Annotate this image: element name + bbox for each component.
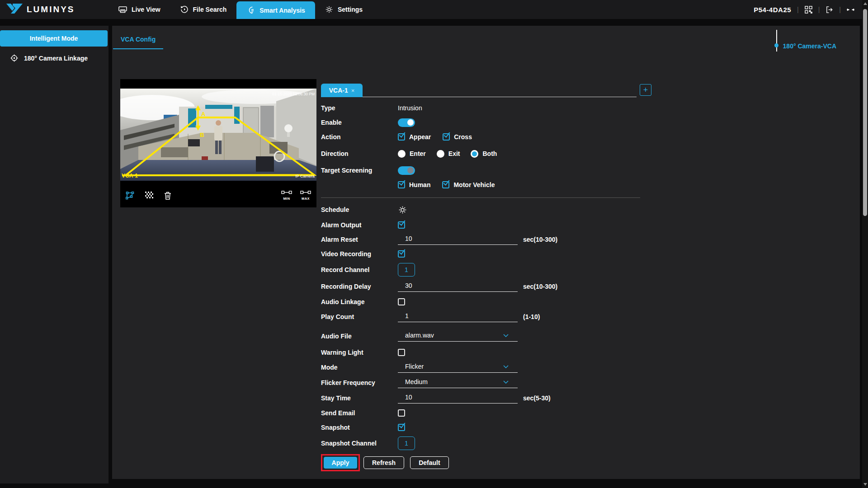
row-direction: Direction Enter Exit Both (321, 144, 653, 163)
add-vca-button[interactable]: + (640, 84, 651, 96)
apply-highlight: Apply (321, 454, 360, 471)
video-recording-checkbox[interactable] (398, 250, 405, 258)
row-mode: Mode Flicker (321, 360, 653, 375)
preview-toolbar: MIN MAX (120, 187, 316, 205)
both-radio[interactable] (471, 150, 478, 158)
chevron-down-icon (503, 365, 509, 368)
delete-zone-button[interactable] (164, 192, 171, 200)
target-screening-toggle[interactable] (398, 166, 415, 175)
video-preview[interactable]: A B VCA-1 IP Camera 01-15-2020 12:06:30 … (120, 79, 316, 207)
min-region-icon (281, 191, 292, 196)
type-value: Intrusion (398, 104, 422, 112)
recording-delay-hint: sec(10-300) (523, 283, 557, 290)
logout-icon[interactable] (826, 6, 833, 14)
vca-form: VCA-1 × + Type Intrusion Enable Action A… (321, 84, 653, 471)
row-snapshot-channel: Snapshot Channel 1 (321, 435, 653, 452)
record-channel-button[interactable]: 1 (398, 263, 415, 277)
row-alarm-output: Alarm Output (321, 218, 653, 232)
fill-area-button[interactable] (145, 192, 153, 200)
max-region-button[interactable]: MAX (300, 191, 311, 201)
snapshot-checkbox[interactable] (398, 424, 405, 431)
row-play-count: Play Count (1-10) (321, 309, 653, 324)
row-warning-light: Warning Light (321, 345, 653, 360)
row-audio-file: Audio File alarm.wav (321, 327, 653, 345)
brand-logo: LUMINYS (6, 0, 75, 19)
alarm-output-checkbox[interactable] (398, 221, 405, 229)
close-icon[interactable]: × (351, 87, 355, 94)
refresh-button[interactable]: Refresh (363, 456, 404, 469)
top-right-cluster: P54-4DA25 | | | (754, 0, 854, 19)
human-checkbox[interactable] (398, 181, 405, 188)
form-actions: Apply Refresh Default (321, 455, 653, 471)
nav-live-view[interactable]: Live View (108, 0, 170, 19)
collapse-icon[interactable] (847, 6, 854, 14)
min-region-button[interactable]: MIN (281, 191, 292, 201)
target-human[interactable]: Human (398, 181, 430, 188)
top-nav: Live View File Search Smart Analysis (108, 0, 373, 19)
qr-code-icon[interactable] (805, 6, 812, 14)
camera-position-slider[interactable] (776, 30, 777, 52)
sidebar-item-camera-linkage[interactable]: 180° Camera Linkage (10, 54, 88, 62)
vca-tab-bar: VCA-1 × + (321, 84, 653, 97)
row-send-email: Send Email (321, 406, 653, 420)
chevron-down-icon (503, 380, 509, 384)
live-view-icon (118, 5, 127, 14)
play-count-input[interactable] (398, 311, 518, 322)
apply-button[interactable]: Apply (324, 457, 357, 469)
enter-radio[interactable] (398, 150, 406, 158)
cross-checkbox[interactable] (443, 133, 450, 141)
enable-toggle[interactable] (398, 118, 415, 127)
nav-smart-analysis[interactable]: Smart Analysis (236, 1, 315, 19)
intelligent-mode-button[interactable]: Intelligent Mode (0, 30, 108, 47)
tab-vca-1[interactable]: VCA-1 × (321, 84, 363, 97)
page-scrollbar[interactable] (862, 0, 868, 488)
flicker-frequency-select[interactable]: Medium (398, 377, 518, 388)
tab-vca-config[interactable]: VCA Config (113, 35, 163, 49)
chevron-down-icon (503, 334, 509, 337)
row-schedule: Schedule (321, 202, 653, 218)
row-stay-time: Stay Time sec(5-30) (321, 390, 653, 406)
schedule-gear-icon[interactable] (398, 205, 407, 215)
snapshot-channel-button[interactable]: 1 (398, 436, 415, 450)
action-appear[interactable]: Appear (398, 133, 431, 141)
recording-delay-input[interactable] (398, 281, 518, 292)
direction-exit[interactable]: Exit (437, 150, 460, 158)
default-button[interactable]: Default (410, 456, 448, 469)
brand-name: LUMINYS (27, 5, 75, 14)
appear-checkbox[interactable] (398, 133, 405, 141)
alarm-reset-hint: sec(10-300) (523, 236, 557, 243)
nav-settings[interactable]: Settings (315, 0, 373, 19)
row-snapshot: Snapshot (321, 420, 653, 435)
motor-vehicle-checkbox[interactable] (442, 181, 449, 188)
scrollbar-thumb[interactable] (863, 9, 867, 216)
row-flicker-frequency: Flicker Frequency Medium (321, 375, 653, 390)
direction-both[interactable]: Both (471, 150, 497, 158)
direction-enter[interactable]: Enter (398, 150, 426, 158)
camera-vca-label: 180° Camera-VCA (783, 42, 836, 50)
send-email-checkbox[interactable] (398, 409, 405, 417)
warning-light-checkbox[interactable] (398, 349, 405, 356)
stay-time-input[interactable] (398, 393, 518, 404)
device-id: P54-4DA25 (754, 6, 791, 14)
alarm-reset-input[interactable] (398, 234, 518, 245)
nav-file-search[interactable]: File Search (170, 0, 237, 19)
main-content: VCA Config 180° Camera-VCA (112, 26, 860, 479)
row-alarm-reset: Alarm Reset sec(10-300) (321, 232, 653, 247)
section-divider (321, 197, 640, 198)
play-count-hint: (1-10) (523, 313, 540, 320)
stay-time-hint: sec(5-30) (523, 394, 551, 402)
slider-dot[interactable] (774, 43, 778, 47)
luminys-mark-icon (6, 4, 23, 15)
draw-polygon-button[interactable] (126, 192, 134, 200)
audio-linkage-checkbox[interactable] (398, 298, 405, 305)
action-cross[interactable]: Cross (443, 133, 472, 141)
row-audio-linkage: Audio Linkage (321, 295, 653, 309)
scroll-down-arrow[interactable] (863, 483, 867, 486)
row-action: Action Appear Cross (321, 130, 653, 144)
target-motor-vehicle[interactable]: Motor Vehicle (442, 181, 495, 188)
exit-radio[interactable] (437, 150, 444, 158)
audio-file-select[interactable]: alarm.wav (398, 331, 518, 342)
settings-icon (325, 5, 333, 14)
mode-select[interactable]: Flicker (398, 362, 518, 373)
scroll-up-arrow[interactable] (863, 2, 867, 5)
